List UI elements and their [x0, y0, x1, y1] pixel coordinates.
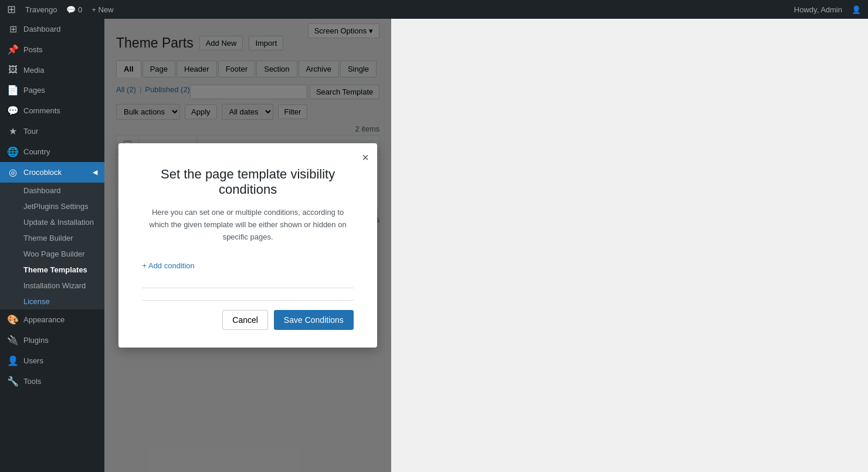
modal-overlay: × Set the page template visibility condi… — [104, 19, 391, 472]
comments-icon[interactable]: 💬 0 — [66, 5, 82, 14]
users-icon: 👤 — [7, 355, 19, 366]
submenu-item-update[interactable]: Update & Installation — [0, 214, 104, 230]
sidebar-item-media[interactable]: 🖼 Media — [0, 60, 104, 80]
sidebar-item-plugins[interactable]: 🔌 Plugins — [0, 330, 104, 350]
howdy-label: Howdy, Admin — [794, 5, 842, 14]
submenu-item-license[interactable]: License — [0, 294, 104, 309]
submenu-item-installation[interactable]: Installation Wizard — [0, 278, 104, 294]
new-content-button[interactable]: + New — [91, 5, 113, 14]
crocoblock-icon: ◎ — [7, 167, 19, 178]
modal-dialog: × Set the page template visibility condi… — [118, 143, 377, 347]
sidebar-item-label: Tour — [23, 127, 38, 136]
sidebar-item-country[interactable]: 🌐 Country — [0, 141, 104, 162]
sidebar-item-comments[interactable]: 💬 Comments — [0, 100, 104, 121]
sidebar-item-tour[interactable]: ★ Tour — [0, 121, 104, 141]
dashboard-icon: ⊞ — [7, 23, 19, 35]
plugins-icon: 🔌 — [7, 335, 19, 346]
sidebar-item-appearance[interactable]: 🎨 Appearance — [0, 309, 104, 330]
sidebar-item-dashboard[interactable]: ⊞ Dashboard — [0, 19, 104, 39]
sidebar: ⊞ Dashboard 📌 Posts 🖼 Media 📄 Pages 💬 Co… — [0, 19, 104, 472]
save-conditions-button[interactable]: Save Conditions — [274, 310, 354, 330]
tools-icon: 🔧 — [7, 376, 19, 387]
sidebar-item-label: Posts — [23, 45, 43, 54]
add-condition-link[interactable]: + Add condition — [142, 261, 353, 270]
sidebar-item-posts[interactable]: 📌 Posts — [0, 39, 104, 60]
appearance-icon: 🎨 — [7, 314, 19, 325]
wp-logo-icon[interactable]: ⊞ — [7, 3, 16, 16]
site-name[interactable]: Travengo — [25, 5, 57, 14]
modal-description: Here you can set one or multiple conditi… — [142, 207, 353, 243]
sidebar-item-label: Country — [23, 147, 50, 156]
sidebar-item-label: Pages — [23, 86, 45, 95]
submenu-item-theme-templates[interactable]: Theme Templates — [0, 262, 104, 278]
content-area: Screen Options ▾ Theme Parts Add New Imp… — [104, 19, 391, 472]
sidebar-item-label: Media — [23, 66, 44, 75]
tour-icon: ★ — [7, 126, 19, 137]
pages-icon: 📄 — [7, 85, 19, 96]
modal-footer: Cancel Save Conditions — [142, 300, 353, 330]
sidebar-item-label: Crocoblock — [23, 168, 62, 177]
submenu-item-woo-builder[interactable]: Woo Page Builder — [0, 246, 104, 262]
sidebar-item-label: Appearance — [23, 315, 65, 324]
sidebar-item-users[interactable]: 👤 Users — [0, 350, 104, 371]
user-avatar[interactable]: 👤 — [852, 5, 861, 14]
comments-nav-icon: 💬 — [7, 105, 19, 116]
sidebar-item-label: Tools — [23, 377, 41, 386]
modal-close-button[interactable]: × — [362, 151, 369, 163]
sidebar-item-crocoblock[interactable]: ◎ Crocoblock ◀ — [0, 162, 104, 183]
media-icon: 🖼 — [7, 65, 19, 75]
sidebar-item-label: Users — [23, 356, 43, 365]
collapse-icon: ◀ — [93, 168, 97, 176]
sidebar-item-tools[interactable]: 🔧 Tools — [0, 371, 104, 392]
sidebar-item-label: Plugins — [23, 336, 49, 345]
modal-divider — [142, 288, 353, 288]
sidebar-item-pages[interactable]: 📄 Pages — [0, 80, 104, 100]
crocoblock-submenu: Dashboard JetPlugins Settings Update & I… — [0, 183, 104, 309]
main-content: Screen Options ▾ Theme Parts Add New Imp… — [104, 19, 391, 472]
posts-icon: 📌 — [7, 44, 19, 55]
submenu-item-dashboard[interactable]: Dashboard — [0, 183, 104, 198]
submenu-item-jetplugins[interactable]: JetPlugins Settings — [0, 198, 104, 214]
cancel-button[interactable]: Cancel — [222, 310, 268, 330]
sidebar-item-label: Dashboard — [23, 25, 61, 33]
sidebar-item-label: Comments — [23, 106, 60, 115]
country-icon: 🌐 — [7, 146, 19, 157]
submenu-item-theme-builder[interactable]: Theme Builder — [0, 230, 104, 246]
modal-title: Set the page template visibility conditi… — [142, 167, 353, 197]
